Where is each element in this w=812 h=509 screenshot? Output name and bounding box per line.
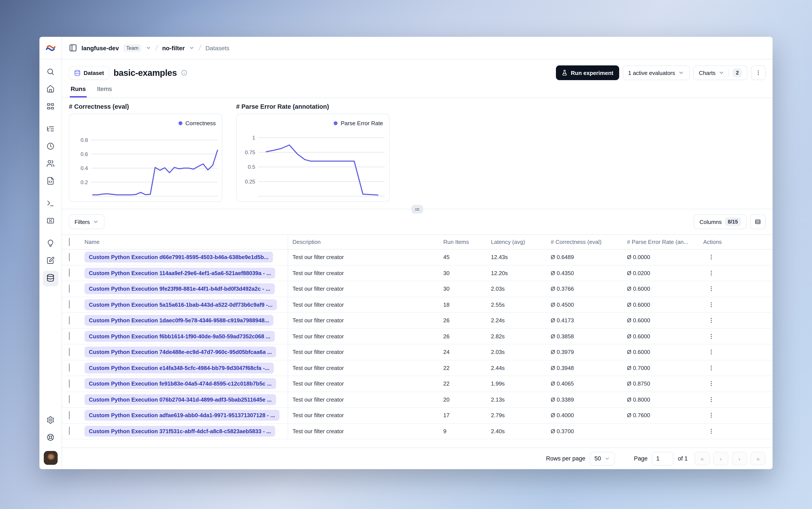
run-name-link[interactable]: Custom Python Execution 1daec0f9-5e78-43…: [84, 315, 273, 326]
row-checkbox[interactable]: [69, 427, 70, 435]
run-items-value: 45: [439, 254, 486, 261]
run-name-link[interactable]: Custom Python Execution f6bb1614-1f90-40…: [84, 331, 275, 342]
row-height-button[interactable]: [750, 214, 766, 229]
row-actions-menu[interactable]: [705, 331, 717, 342]
column-header-0[interactable]: Description: [288, 239, 439, 245]
row-checkbox[interactable]: [69, 379, 70, 388]
breadcrumb-project[interactable]: no-filter: [162, 44, 184, 51]
filters-button[interactable]: Filters: [69, 214, 105, 229]
sidebar-toggle-icon[interactable]: [69, 44, 77, 52]
chevron-down-icon[interactable]: [146, 45, 151, 51]
row-actions-menu[interactable]: [705, 315, 717, 326]
run-name-link[interactable]: Custom Python Execution d66e7991-8595-45…: [84, 252, 273, 263]
tab-items[interactable]: Items: [96, 83, 113, 98]
column-header-name[interactable]: Name: [84, 235, 288, 249]
sidebar-item-search[interactable]: [43, 65, 58, 80]
run-name-link[interactable]: Custom Python Execution fe91b83e-04a5-47…: [84, 378, 276, 389]
sessions-clock-icon: [46, 142, 55, 152]
sidebar-item-tracing[interactable]: [43, 122, 58, 137]
run-name-link[interactable]: Custom Python Execution 076b2704-341d-48…: [84, 394, 276, 405]
kebab-menu-icon: [708, 428, 714, 435]
row-checkbox[interactable]: [69, 348, 70, 356]
row-checkbox[interactable]: [69, 316, 70, 325]
latency-value: 2.40s: [486, 428, 546, 435]
breadcrumb-section[interactable]: Datasets: [205, 44, 230, 51]
sidebar-item-prompts-file-code[interactable]: [43, 174, 58, 189]
latency-value: 12.43s: [486, 254, 546, 261]
column-header-1[interactable]: Run Items: [439, 239, 486, 245]
row-checkbox[interactable]: [69, 284, 70, 293]
correctness-value: Ø 0.4500: [546, 302, 623, 308]
sidebar-item-evaluation-percent[interactable]: [43, 213, 58, 229]
run-name-link[interactable]: Custom Python Execution 5a15a616-1bab-44…: [84, 299, 277, 310]
sidebar-item-home[interactable]: [43, 82, 58, 98]
columns-count-badge: 8/15: [725, 217, 741, 226]
row-checkbox[interactable]: [69, 364, 70, 372]
more-actions-button[interactable]: [751, 65, 766, 80]
page-number-input[interactable]: [652, 451, 674, 466]
latency-value: 2.24s: [486, 317, 546, 324]
sidebar-item-sessions-clock[interactable]: [43, 139, 58, 155]
run-description: Test our filter creator: [288, 380, 439, 387]
chevron-down-icon[interactable]: [189, 45, 195, 51]
column-header-5[interactable]: Actions: [699, 239, 766, 245]
user-avatar[interactable]: [43, 451, 58, 465]
run-name-link[interactable]: Custom Python Execution 114aa9ef-29e6-4e…: [84, 268, 275, 278]
row-actions-menu[interactable]: [705, 268, 717, 279]
row-actions-menu[interactable]: [705, 378, 717, 389]
parse-error-value: Ø 0.8750: [623, 380, 699, 387]
resize-handle[interactable]: [411, 205, 423, 213]
column-header-2[interactable]: Latency (avg): [486, 239, 546, 245]
sidebar-item-annotate-pen[interactable]: [43, 253, 58, 269]
column-header-4[interactable]: # Parse Error Rate (an...: [623, 239, 699, 245]
row-checkbox[interactable]: [69, 269, 70, 277]
breadcrumb-org[interactable]: langfuse-dev: [81, 44, 119, 51]
info-icon[interactable]: [181, 70, 187, 76]
next-page-button[interactable]: ›: [732, 452, 747, 465]
legend-label: Parse Error Rate: [341, 120, 383, 127]
sidebar-item-dashboards[interactable]: [43, 99, 58, 115]
row-checkbox[interactable]: [69, 395, 70, 404]
select-all-checkbox[interactable]: [69, 238, 70, 246]
table-row: Custom Python Execution 74de488e-ec9d-47…: [62, 344, 773, 360]
row-actions-menu[interactable]: [705, 346, 717, 358]
rows-per-page-select[interactable]: 50: [590, 451, 615, 466]
kebab-menu-icon: [708, 286, 714, 292]
row-actions-menu[interactable]: [705, 299, 717, 310]
active-evaluators-button[interactable]: 1 active evaluators: [622, 65, 690, 80]
charts-toggle-button[interactable]: Charts 2: [693, 65, 747, 80]
row-actions-menu[interactable]: [705, 410, 717, 421]
sidebar-item-annotation-lightbulb[interactable]: [43, 236, 58, 252]
sidebar-item-users[interactable]: [43, 157, 58, 172]
last-page-button[interactable]: »: [750, 452, 766, 465]
columns-button[interactable]: Columns 8/15: [694, 214, 747, 229]
sidebar-item-settings-gear[interactable]: [43, 413, 58, 429]
langfuse-logo: [39, 37, 62, 59]
row-actions-menu[interactable]: [705, 426, 717, 437]
run-name-link[interactable]: Custom Python Execution 371f531c-abff-4d…: [84, 426, 275, 437]
row-checkbox[interactable]: [69, 411, 70, 419]
table-row: Custom Python Execution 9fe23f98-881e-44…: [62, 281, 773, 297]
first-page-button[interactable]: «: [695, 452, 710, 465]
sidebar-item-playground-terminal[interactable]: [43, 196, 58, 212]
run-description: Test our filter creator: [288, 333, 439, 340]
row-checkbox[interactable]: [69, 300, 70, 309]
run-name-link[interactable]: Custom Python Execution adfae619-abb0-4d…: [84, 410, 279, 421]
run-items-value: 30: [439, 270, 486, 276]
row-actions-menu[interactable]: [705, 283, 717, 295]
run-name-link[interactable]: Custom Python Execution 9fe23f98-881e-44…: [84, 283, 275, 294]
row-actions-menu[interactable]: [705, 362, 717, 374]
row-actions-menu[interactable]: [705, 394, 717, 405]
previous-page-button[interactable]: ‹: [713, 452, 729, 465]
row-checkbox[interactable]: [69, 332, 70, 340]
chevron-down-icon: [678, 70, 684, 76]
run-name-link[interactable]: Custom Python Execution e14fa348-5cfc-49…: [84, 363, 274, 373]
tab-runs[interactable]: Runs: [70, 83, 87, 98]
row-actions-menu[interactable]: [705, 252, 717, 263]
sidebar-item-support-lifebuoy[interactable]: [43, 430, 58, 446]
row-checkbox[interactable]: [69, 253, 70, 261]
sidebar-item-datasets-database[interactable]: [43, 271, 58, 286]
column-header-3[interactable]: # Correctness (eval): [546, 239, 623, 245]
run-name-link[interactable]: Custom Python Execution 74de488e-ec9d-47…: [84, 347, 276, 358]
run-experiment-button[interactable]: Run experiment: [556, 65, 619, 80]
